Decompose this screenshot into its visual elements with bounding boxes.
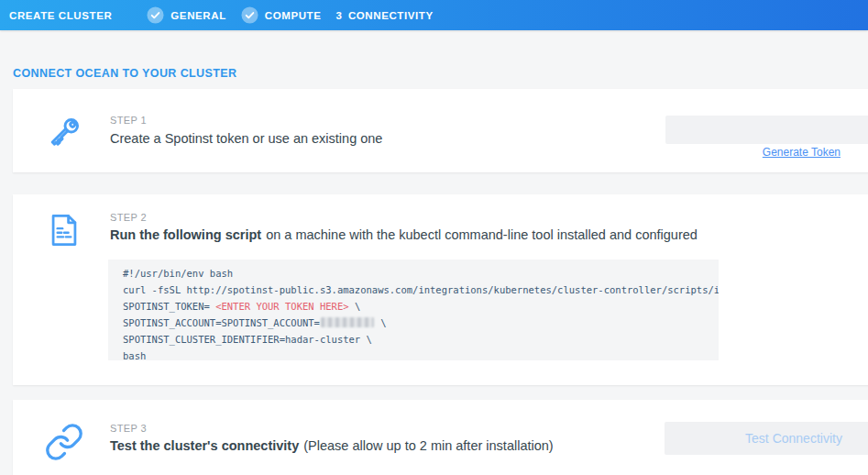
code-segment: SPOTINST_ACCOUNT=SPOTINST_ACCOUNT= [123,317,320,328]
step3-title-bold: Test the cluster's connectivity [110,438,299,453]
page-title: CONNECT OCEAN TO YOUR CLUSTER [13,67,237,80]
step3-card: STEP 3 Test the cluster's connectivity(P… [13,400,868,475]
test-connectivity-button[interactable]: Test Connectivity [665,422,868,455]
step1-label: STEP 1 [110,115,147,126]
tab-connectivity-label: CONNECTIVITY [348,10,434,21]
step2-label: STEP 2 [110,212,147,223]
step1-title-text: Create a Spotinst token or use an existi… [110,131,382,146]
tab-compute[interactable]: COMPUTE [241,6,322,24]
create-cluster-page: CREATE CLUSTER GENERAL COMPUTE 3 CONNECT… [0,0,868,475]
code-segment: <ENTER YOUR TOKEN HERE> [215,301,348,312]
link-icon [44,422,84,462]
step2-card: STEP 2 Run the following scripton a mach… [13,194,868,385]
tab-connectivity-number: 3 [335,10,341,21]
step2-title-rest: on a machine with the kubectl command-li… [266,227,698,242]
step3-title-rest: (Please allow up to 2 min after installa… [303,438,553,453]
token-input[interactable] [665,116,868,144]
redacted-account-id [321,317,374,327]
code-segment: SPOTINST_TOKEN= [123,301,215,312]
step2-title: Run the following scripton a machine wit… [110,227,698,242]
code-segment: \ [349,301,361,312]
code-segment: curl -fsSL http://spotinst-public.s3.ama… [123,284,719,295]
tab-compute-label: COMPUTE [265,10,322,21]
code-segment: #!/usr/bin/env bash [123,268,233,279]
check-circle-icon [241,6,258,24]
code-segment: \ [375,317,387,328]
step3-title: Test the cluster's connectivity(Please a… [110,438,554,453]
wizard-header: CREATE CLUSTER GENERAL COMPUTE 3 CONNECT… [0,0,868,30]
step2-title-bold: Run the following script [110,227,261,242]
wizard-title: CREATE CLUSTER [9,10,112,21]
step3-label: STEP 3 [110,423,147,434]
check-circle-icon [147,6,164,24]
code-segment: SPOTINST_CLUSTER_IDENTIFIER=hadar-cluste… [123,334,372,345]
code-segment: bash [123,350,146,360]
step1-card: STEP 1 Create a Spotinst token or use an… [13,89,868,172]
step1-title: Create a Spotinst token or use an existi… [110,131,382,146]
document-icon [44,210,84,250]
tab-general-label: GENERAL [170,10,225,21]
tab-connectivity[interactable]: 3 CONNECTIVITY [335,10,433,21]
tab-general[interactable]: GENERAL [147,6,225,24]
key-icon [44,113,84,153]
install-script-code-block[interactable]: #!/usr/bin/env bashcurl -fsSL http://spo… [108,260,719,360]
generate-token-link[interactable]: Generate Token [665,146,841,159]
